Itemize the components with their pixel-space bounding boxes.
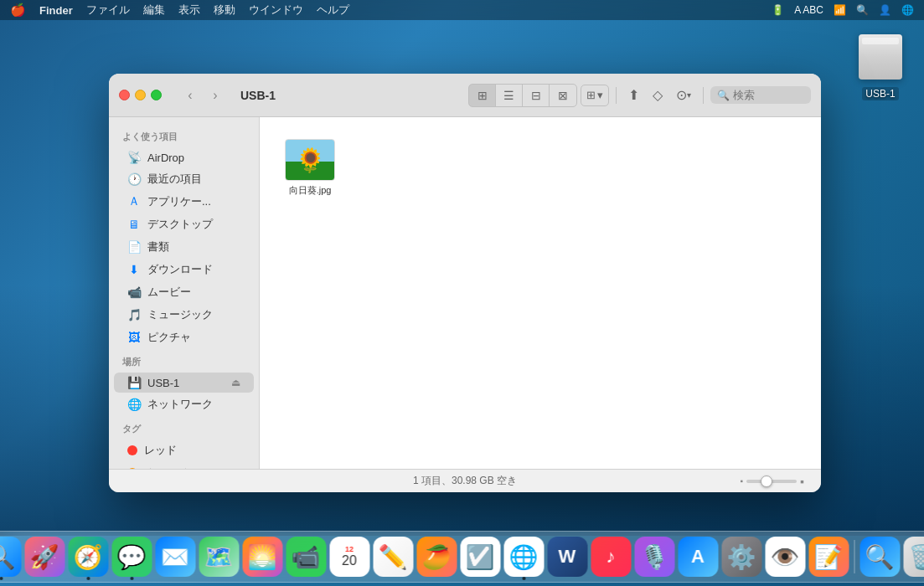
sidebar-locations-label: 場所: [109, 349, 259, 372]
dock-safari[interactable]: 🧭: [68, 537, 108, 577]
sidebar-item-documents[interactable]: 📄 書類: [114, 236, 254, 258]
apple-menu[interactable]: 🍎: [10, 3, 26, 18]
sidebar-item-desktop[interactable]: 🖥 デスクトップ: [114, 213, 254, 235]
user-icon: 👤: [879, 4, 891, 16]
sidebar-pictures-label: ピクチャ: [147, 330, 191, 345]
status-text: 1 項目、30.98 GB 空き: [413, 474, 517, 488]
sidebar-item-usb[interactable]: 💾 USB-1 ⏏: [114, 373, 254, 393]
size-small-icon: ▪: [740, 476, 743, 486]
finder-window: ‹ › USB-1 ⊞ ☰ ⊟ ⊠ ⊞ ▾ ⬆ ◇ ⊙: [109, 74, 821, 492]
sidebar-tags-label: タグ: [109, 416, 259, 439]
dock-facetime[interactable]: 📹: [286, 537, 326, 577]
search-input[interactable]: [733, 89, 804, 101]
maximize-button[interactable]: [151, 90, 162, 100]
dock-spotlight[interactable]: 🔍: [859, 537, 900, 577]
dock-freeform[interactable]: ✏️: [373, 537, 413, 577]
desktop-usb-icon[interactable]: USB-1: [854, 30, 907, 100]
dock-pages[interactable]: 📝: [808, 537, 849, 577]
more-button[interactable]: ⊙▾: [671, 84, 696, 107]
view-gallery-button[interactable]: ⊠: [550, 85, 576, 106]
sidebar-apps-label: アプリケー...: [147, 194, 211, 209]
dock-mail[interactable]: ✉️: [155, 537, 195, 577]
forward-button[interactable]: ›: [204, 86, 227, 105]
sidebar-item-movies[interactable]: 📹 ムービー: [114, 281, 254, 303]
usb-drive-image: [854, 30, 907, 84]
menubar-finder[interactable]: Finder: [39, 4, 73, 17]
menubar-help[interactable]: ヘルプ: [317, 3, 349, 18]
file-item-sunflower[interactable]: 向日葵.jpg: [276, 134, 343, 202]
menubar-file[interactable]: ファイル: [86, 3, 130, 18]
size-slider[interactable]: [746, 480, 797, 483]
eject-icon[interactable]: ⏏: [231, 377, 240, 388]
dock-reminders[interactable]: ☑️: [460, 537, 500, 577]
tag-button[interactable]: ◇: [648, 84, 668, 107]
dock-finder[interactable]: 🔍: [0, 537, 21, 577]
search-icon: 🔍: [717, 90, 730, 101]
battery-icon: 🔋: [772, 4, 784, 16]
sidebar-item-network[interactable]: 🌐 ネットワーク: [114, 393, 254, 415]
dock-chrome[interactable]: 🌐: [503, 537, 544, 577]
group-button[interactable]: ⊞ ▾: [581, 85, 609, 106]
usb-drive-shape: [859, 34, 902, 80]
menubar-edit[interactable]: 編集: [143, 3, 165, 18]
dock-settings[interactable]: ⚙️: [721, 537, 761, 577]
minimize-button[interactable]: [135, 90, 146, 100]
close-button[interactable]: [119, 90, 130, 100]
group-chevron: ▾: [597, 89, 603, 101]
sidebar-item-pictures[interactable]: 🖼 ピクチャ: [114, 326, 254, 348]
share-button[interactable]: ⬆: [623, 84, 644, 107]
sidebar-item-airdrop[interactable]: 📡 AirDrop: [114, 147, 254, 167]
downloads-icon: ⬇: [127, 263, 141, 276]
sidebar-item-downloads[interactable]: ⬇ ダウンロード: [114, 259, 254, 280]
dock-photos[interactable]: 🌅: [242, 537, 282, 577]
sidebar-movies-label: ムービー: [147, 285, 191, 300]
dock-trash[interactable]: 🗑️: [903, 537, 924, 577]
sidebar-item-apps[interactable]: Ａ アプリケー...: [114, 191, 254, 213]
sidebar-documents-label: 書類: [147, 239, 169, 254]
dock-word[interactable]: W: [547, 537, 587, 577]
status-bar: 1 項目、30.98 GB 空き ▪ ▪: [109, 469, 821, 492]
search-box[interactable]: 🔍: [710, 86, 811, 104]
globe-icon: 🌐: [901, 4, 914, 16]
dock-app-store[interactable]: A: [678, 537, 718, 577]
file-thumbnail: [285, 139, 335, 181]
toolbar-right: ⊞ ☰ ⊟ ⊠ ⊞ ▾ ⬆ ◇ ⊙▾ 🔍: [468, 84, 811, 107]
dock-preview[interactable]: 👁️: [765, 537, 805, 577]
toolbar-separator-2: [703, 87, 704, 104]
dock-calendar[interactable]: 12 20: [329, 537, 369, 577]
menubar-view[interactable]: 表示: [178, 3, 200, 18]
dock-launchpad[interactable]: 🚀: [24, 537, 65, 577]
sidebar-item-music[interactable]: 🎵 ミュージック: [114, 304, 254, 326]
search-menubar-icon[interactable]: 🔍: [856, 4, 869, 16]
view-icon-button[interactable]: ⊞: [469, 85, 496, 106]
sidebar-tag-orange[interactable]: オレンジ: [114, 462, 254, 469]
input-method: A ABC: [794, 4, 823, 16]
pictures-icon: 🖼: [127, 331, 141, 344]
dock-maps[interactable]: 🗺️: [199, 537, 239, 577]
group-icon: ⊞: [586, 89, 596, 101]
sidebar-red-label: レッド: [144, 443, 177, 458]
menubar-go[interactable]: 移動: [214, 3, 235, 18]
sidebar-tag-red[interactable]: レッド: [114, 440, 254, 461]
back-button[interactable]: ‹: [178, 86, 202, 105]
menubar-window[interactable]: ウインドウ: [249, 3, 303, 18]
view-column-button[interactable]: ⊟: [523, 85, 550, 106]
dock-music[interactable]: ♪: [591, 537, 631, 577]
dock-mango[interactable]: 🥭: [416, 537, 457, 577]
dock-podcasts[interactable]: 🎙️: [634, 537, 674, 577]
traffic-lights: [119, 90, 162, 100]
desktop-icon-small: 🖥: [127, 218, 141, 231]
menubar-right: 🔋 A ABC 📶 🔍 👤 🌐: [772, 4, 914, 16]
sidebar-desktop-label: デスクトップ: [147, 217, 213, 232]
network-icon: 🌐: [127, 398, 141, 411]
dock-messages[interactable]: 💬: [111, 537, 152, 577]
menubar-left: 🍎 Finder ファイル 編集 表示 移動 ウインドウ ヘルプ: [10, 3, 349, 18]
file-area: 向日葵.jpg: [260, 117, 821, 469]
titlebar: ‹ › USB-1 ⊞ ☰ ⊟ ⊠ ⊞ ▾ ⬆ ◇ ⊙: [109, 74, 821, 117]
wifi-icon: 📶: [834, 4, 846, 16]
red-tag-dot: [127, 445, 137, 455]
view-list-button[interactable]: ☰: [496, 85, 523, 106]
size-slider-area: ▪ ▪: [740, 475, 804, 488]
sidebar-item-recent[interactable]: 🕐 最近の項目: [114, 168, 254, 190]
window-content: よく使う項目 📡 AirDrop 🕐 最近の項目 Ａ アプリケー... 🖥 デス…: [109, 117, 821, 469]
